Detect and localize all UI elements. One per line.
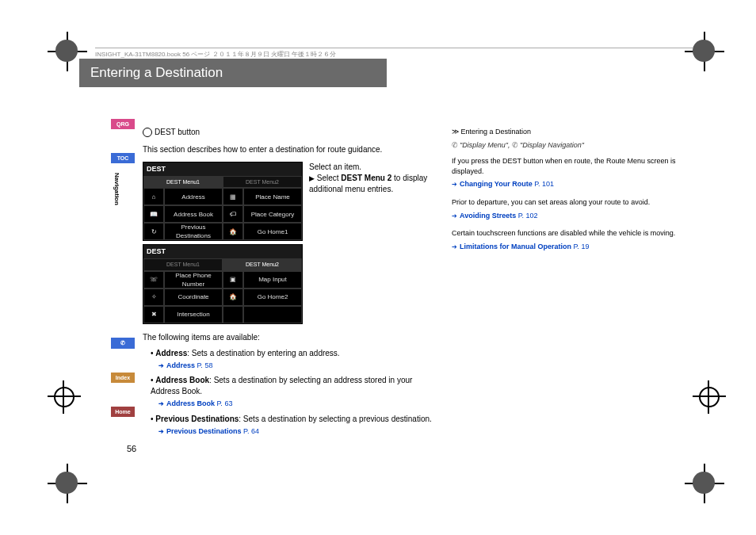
- instruction-block: Select an item. ▶ Select DEST Menu 2 to …: [309, 162, 436, 195]
- intersection-icon: ✖: [143, 306, 164, 323]
- screen1-r3c1: Previous Destinations: [164, 223, 223, 240]
- rl1: Changing Your Route: [460, 180, 533, 188]
- play-icon: ▶: [309, 174, 315, 182]
- bullet-previous: • Previous Destinations: Sets a destinat…: [151, 414, 436, 425]
- right-p3: Certain touchscreen functions are disabl…: [452, 228, 689, 239]
- voice2: "Display Navigation": [520, 141, 584, 149]
- dest-menu-1-screen: DEST DEST Menu1 DEST Menu2 ⌂ Address ▦ P…: [143, 162, 303, 241]
- voice-commands: ✆"Display Menu", ✆"Display Navigation": [452, 140, 689, 151]
- screen2-r1c1: Place Phone Number: [164, 271, 223, 289]
- select-menu2-text: ▶ Select DEST Menu 2 to display addition…: [309, 173, 436, 195]
- right-p1: If you press the DEST button when en rou…: [452, 156, 689, 176]
- link-addressbook[interactable]: ➔Address Book P. 63: [158, 399, 436, 409]
- page-title: Entering a Destination: [79, 59, 387, 87]
- empty-icon: [223, 306, 243, 323]
- l3-text: Previous Destinations: [166, 427, 242, 435]
- l3-page: P. 64: [243, 427, 259, 435]
- l2-text: Address Book: [166, 399, 215, 407]
- screen2-tab1: DEST Menu1: [143, 258, 223, 271]
- screenshots-panel: DEST DEST Menu1 DEST Menu2 ⌂ Address ▦ P…: [143, 162, 301, 327]
- dest-menu-2-screen: DEST DEST Menu1 DEST Menu2 ☏ Place Phone…: [143, 244, 303, 323]
- home1-icon: 🏠: [223, 223, 243, 240]
- screen2-title: DEST: [143, 245, 302, 258]
- screen1-title: DEST: [143, 162, 302, 176]
- instr2b: DEST Menu 2: [341, 174, 391, 182]
- dest-button-text: DEST button: [155, 128, 200, 136]
- screen2-r3c1: Intersection: [164, 306, 223, 323]
- b1-desc: : Sets a destination by entering an addr…: [187, 349, 339, 357]
- page-number: 56: [127, 444, 136, 453]
- link-icon: ➔: [452, 181, 457, 188]
- screen1-tab2: DEST Menu2: [223, 176, 302, 189]
- l1-text: Address: [166, 361, 195, 369]
- link-icon: ➔: [158, 400, 164, 407]
- select-item-text: Select an item.: [309, 162, 436, 173]
- home2-icon: 🏠: [223, 289, 243, 306]
- screen1-r2c1: Address Book: [164, 205, 223, 223]
- voice-icon: ✆: [512, 141, 518, 149]
- screen2-tab2: DEST Menu2: [223, 258, 302, 271]
- b3-desc: : Sets a destination by selecting a prev…: [239, 415, 431, 423]
- voice1: "Display Menu": [460, 141, 508, 149]
- button-icon: [143, 128, 152, 137]
- screen2-r2c1: Coordinate: [164, 289, 223, 306]
- crop-mid-left: [48, 380, 79, 412]
- bullet-addressbook: • Address Book: Sets a destination by se…: [151, 375, 436, 397]
- map-icon: ▣: [223, 271, 243, 289]
- screen1-r1c1: Address: [164, 188, 223, 205]
- screen1-tab1: DEST Menu1: [143, 176, 223, 189]
- address-icon: ⌂: [143, 188, 164, 205]
- voice-icon: ✆: [452, 141, 458, 149]
- placename-icon: ▦: [223, 188, 243, 205]
- screen2-r1c2: Map Input: [243, 271, 302, 289]
- category-icon: 🏷: [223, 205, 243, 223]
- available-heading: The following items are available:: [143, 332, 436, 343]
- instr2a: Select: [317, 174, 342, 182]
- link-icon: ➔: [452, 243, 457, 250]
- previous-icon: ↻: [143, 223, 164, 240]
- bullet-address: • Address: Sets a destination by enterin…: [151, 348, 436, 359]
- items-available-block: The following items are available: • Add…: [143, 332, 436, 437]
- link-address[interactable]: ➔Address P. 58: [158, 361, 436, 371]
- rl2: Avoiding Streets: [460, 212, 516, 220]
- rl3p: P. 19: [574, 243, 590, 250]
- link-avoiding-streets[interactable]: ➔Avoiding Streets P. 102: [452, 211, 689, 221]
- b1-label: Address: [155, 349, 187, 357]
- b3-label: Previous Destinations: [155, 415, 239, 423]
- sidebar-notes: ≫ Entering a Destination ✆"Display Menu"…: [452, 127, 689, 254]
- screen1-r1c2: Place Name: [243, 188, 302, 205]
- coord-icon: ✧: [143, 289, 164, 306]
- dest-button-label: DEST button: [143, 127, 436, 138]
- link-limitations[interactable]: ➔Limitations for Manual Operation P. 19: [452, 242, 689, 252]
- intro-text: This section describes how to enter a de…: [143, 144, 436, 155]
- addressbook-icon: 📖: [143, 205, 164, 223]
- screen1-r2c2: Place Category: [243, 205, 302, 223]
- main-content: DEST button This section describes how t…: [143, 127, 436, 437]
- rl2p: P. 102: [518, 212, 538, 220]
- link-changing-route[interactable]: ➔Changing Your Route P. 101: [452, 179, 689, 189]
- rl3: Limitations for Manual Operation: [460, 243, 571, 250]
- l2-page: P. 63: [217, 399, 233, 407]
- screen2-r3c2: [243, 306, 302, 323]
- right-title: ≫ Entering a Destination: [452, 127, 689, 137]
- rl1p: P. 101: [534, 180, 554, 188]
- b2-label: Address Book: [155, 376, 209, 384]
- link-icon: ➔: [452, 212, 457, 220]
- right-title-text: Entering a Destination: [461, 128, 532, 136]
- screen2-r2c2: Go Home2: [243, 289, 302, 306]
- link-previous[interactable]: ➔Previous Destinations P. 64: [158, 426, 436, 437]
- l1-page: P. 58: [197, 361, 213, 369]
- screen1-r3c2: Go Home1: [243, 223, 302, 240]
- right-p2: Prior to departure, you can set areas al…: [452, 197, 689, 208]
- phone-icon: ☏: [143, 271, 164, 289]
- crop-mid-right: [693, 380, 724, 412]
- link-icon: ➔: [158, 362, 164, 369]
- link-icon: ➔: [158, 428, 164, 435]
